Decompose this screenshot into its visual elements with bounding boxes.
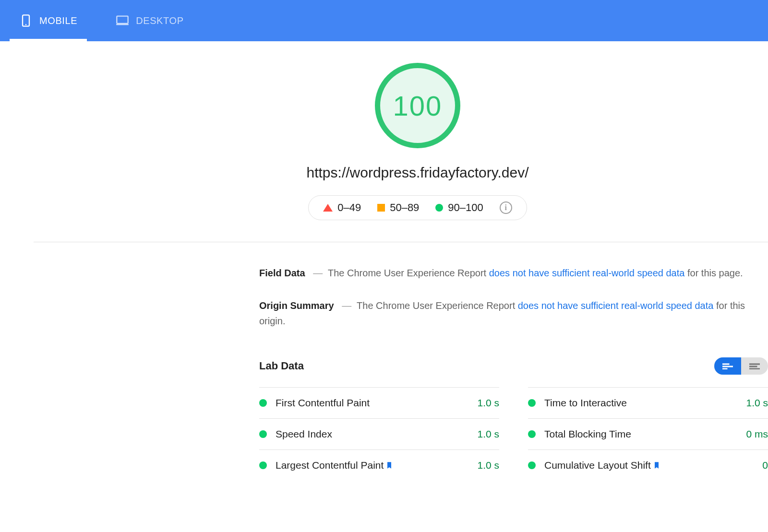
status-dot-icon — [259, 461, 267, 469]
origin-summary-paragraph: Origin Summary — The Chrome User Experie… — [259, 298, 768, 329]
mobile-icon — [19, 14, 33, 27]
svg-rect-6 — [722, 368, 727, 369]
tested-url: https://wordpress.fridayfactory.dev/ — [307, 165, 529, 181]
status-dot-icon — [528, 461, 536, 469]
svg-point-1 — [25, 24, 26, 25]
bookmark-icon — [653, 461, 660, 470]
svg-rect-8 — [749, 366, 757, 367]
status-dot-icon — [528, 430, 536, 438]
info-icon[interactable]: i — [500, 201, 512, 214]
metric-left: First Contentful Paint — [259, 397, 370, 409]
field-data-heading: Field Data — [259, 268, 305, 278]
metric-name: Speed Index — [276, 428, 332, 440]
score-section: 100 https://wordpress.fridayfactory.dev/… — [34, 41, 768, 242]
metric-row[interactable]: Speed Index1.0 s — [259, 418, 499, 449]
bookmark-icon — [385, 461, 393, 470]
field-data-link[interactable]: does not have sufficient real-world spee… — [489, 268, 685, 278]
desktop-icon — [116, 14, 129, 27]
tab-mobile[interactable]: MOBILE — [10, 0, 87, 41]
view-collapse-button[interactable] — [714, 357, 741, 375]
tab-desktop[interactable]: DESKTOP — [106, 0, 193, 41]
legend-poor-label: 0–49 — [337, 201, 361, 214]
svg-rect-5 — [722, 366, 733, 367]
metric-left: Speed Index — [259, 428, 332, 440]
origin-summary-link[interactable]: does not have sufficient real-world spee… — [518, 300, 714, 311]
legend-avg-label: 50–89 — [390, 201, 419, 214]
legend-poor: 0–49 — [323, 201, 361, 214]
circle-icon — [435, 204, 443, 212]
metric-name: First Contentful Paint — [276, 397, 370, 409]
metric-left: Cumulative Layout Shift — [528, 460, 660, 471]
legend-average: 50–89 — [377, 201, 419, 214]
metric-value: 1.0 s — [477, 428, 499, 440]
svg-rect-3 — [116, 24, 129, 25]
origin-summary-pre: The Chrome User Experience Report — [357, 300, 518, 311]
status-dot-icon — [528, 399, 536, 407]
metric-left: Largest Contentful Paint — [259, 460, 393, 471]
metric-name: Time to Interactive — [544, 397, 627, 409]
lab-data-title: Lab Data — [259, 360, 304, 372]
metric-left: Time to Interactive — [528, 397, 627, 409]
content: Field Data — The Chrome User Experience … — [259, 242, 768, 481]
collapse-icon — [722, 363, 733, 369]
metric-row[interactable]: First Contentful Paint1.0 s — [259, 387, 499, 418]
legend-good: 90–100 — [435, 201, 483, 214]
field-data-post: for this page. — [684, 268, 743, 278]
field-data-pre: The Chrome User Experience Report — [328, 268, 489, 278]
svg-rect-4 — [722, 364, 729, 365]
dash: — — [313, 268, 323, 278]
metric-name: Largest Contentful Paint — [276, 460, 393, 471]
metric-name: Cumulative Layout Shift — [544, 460, 660, 471]
tab-bar: MOBILE DESKTOP — [0, 0, 768, 41]
metric-value: 1.0 s — [477, 460, 499, 471]
view-expand-button[interactable] — [741, 357, 768, 375]
metric-value: 1.0 s — [477, 397, 499, 409]
metric-row[interactable]: Cumulative Layout Shift0 — [528, 449, 768, 481]
field-data-paragraph: Field Data — The Chrome User Experience … — [259, 265, 768, 281]
metric-row[interactable]: Largest Contentful Paint1.0 s — [259, 449, 499, 481]
metric-name: Total Blocking Time — [544, 428, 631, 440]
legend-good-label: 90–100 — [448, 201, 483, 214]
score-gauge: 100 — [375, 63, 460, 148]
metric-row[interactable]: Total Blocking Time0 ms — [528, 418, 768, 449]
score-legend: 0–49 50–89 90–100 i — [308, 195, 527, 220]
score-value: 100 — [393, 90, 443, 122]
lab-data-header: Lab Data — [259, 357, 768, 375]
metric-value: 1.0 s — [746, 397, 768, 409]
status-dot-icon — [259, 430, 267, 438]
expand-icon — [749, 363, 760, 369]
view-toggle — [714, 357, 768, 375]
dash: — — [342, 300, 351, 311]
status-dot-icon — [259, 399, 267, 407]
svg-rect-7 — [749, 364, 760, 365]
triangle-icon — [323, 204, 333, 212]
origin-summary-heading: Origin Summary — [259, 300, 334, 311]
metric-value: 0 — [762, 460, 768, 471]
metric-value: 0 ms — [746, 428, 768, 440]
tab-desktop-label: DESKTOP — [136, 15, 183, 26]
svg-rect-9 — [749, 368, 760, 369]
metrics-grid: First Contentful Paint1.0 sTime to Inter… — [259, 387, 768, 481]
metric-left: Total Blocking Time — [528, 428, 631, 440]
metric-row[interactable]: Time to Interactive1.0 s — [528, 387, 768, 418]
square-icon — [377, 204, 385, 212]
svg-rect-2 — [117, 16, 128, 24]
tab-mobile-label: MOBILE — [39, 15, 77, 26]
